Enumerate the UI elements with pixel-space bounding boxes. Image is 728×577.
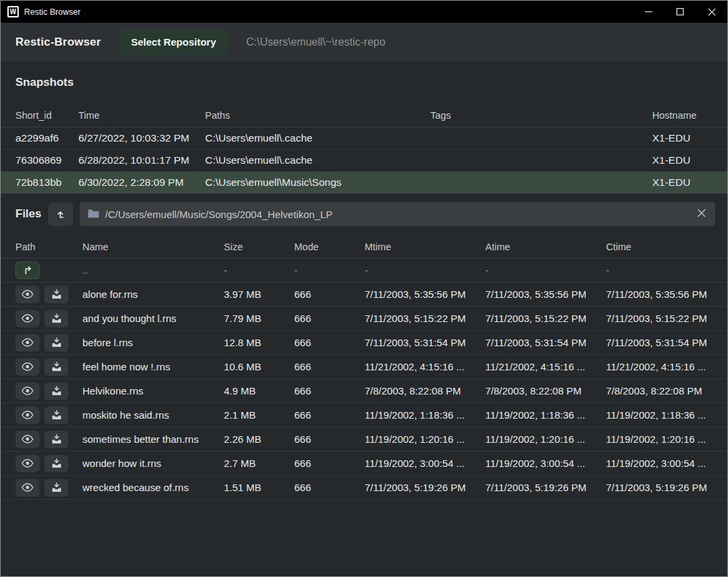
eye-icon	[21, 435, 34, 443]
file-name: alone for.rns	[82, 288, 224, 300]
download-file-button[interactable]	[44, 455, 68, 472]
file-atime: 11/19/2002, 1:20:16 ...	[485, 433, 606, 445]
file-row[interactable]: wonder how it.rns 2.7 MB 666 11/19/2002,…	[1, 452, 727, 476]
minimize-button[interactable]	[633, 1, 664, 23]
snapshots-section-title: Snapshots	[1, 61, 727, 89]
app-title: Restic-Browser	[15, 36, 101, 49]
file-size: 2.26 MB	[224, 433, 294, 445]
titlebar: W Restic Browser	[1, 1, 727, 23]
files-bar: Files	[1, 195, 727, 233]
preview-file-button[interactable]	[15, 455, 40, 472]
download-file-button[interactable]	[44, 382, 68, 400]
snapshot-paths: C:\Users\emuell\Music\Songs	[205, 176, 430, 189]
preview-file-button[interactable]	[15, 479, 40, 496]
path-input[interactable]	[105, 209, 690, 220]
col-paths: Paths	[205, 110, 430, 121]
parent-dir-row[interactable]: .. - - - - -	[1, 258, 727, 282]
file-ctime: 11/19/2002, 3:00:54 ...	[606, 458, 717, 469]
download-file-button[interactable]	[44, 407, 68, 424]
window-controls	[633, 1, 727, 23]
up-right-arrow-icon	[23, 266, 33, 275]
file-name: ..	[82, 264, 224, 276]
file-mtime: 11/19/2002, 1:20:16 ...	[365, 433, 485, 445]
eye-icon	[21, 338, 34, 347]
download-file-button[interactable]	[44, 310, 68, 327]
file-atime: -	[485, 264, 606, 276]
file-ctime: 11/21/2002, 4:15:16 ...	[606, 361, 717, 372]
download-file-button[interactable]	[44, 431, 68, 448]
snapshot-paths: C:\Users\emuell\.cache	[205, 132, 430, 144]
go-up-button[interactable]	[15, 262, 40, 279]
preview-file-button[interactable]	[15, 431, 40, 448]
close-button[interactable]	[696, 1, 727, 23]
file-row[interactable]: sometimes better than.rns 2.26 MB 666 11…	[1, 427, 727, 452]
files-table-header: Path Name Size Mode Mtime Atime Ctime	[1, 235, 727, 258]
snapshot-paths: C:\Users\emuell\.cache	[205, 154, 430, 166]
preview-file-button[interactable]	[15, 334, 40, 352]
download-file-button[interactable]	[44, 479, 68, 496]
file-size: 2.7 MB	[224, 458, 294, 469]
col-time: Time	[78, 110, 205, 121]
file-row[interactable]: before l.rns 12.8 MB 666 7/11/2003, 5:31…	[1, 331, 727, 355]
maximize-button[interactable]	[664, 1, 696, 23]
preview-file-button[interactable]	[15, 286, 40, 303]
preview-file-button[interactable]	[15, 382, 40, 400]
clear-path-button[interactable]	[696, 207, 707, 221]
file-ctime: 7/8/2003, 8:22:08 PM	[606, 385, 717, 397]
download-icon	[52, 410, 62, 420]
file-row[interactable]: feel home now !.rns 10.6 MB 666 11/21/20…	[1, 355, 727, 379]
file-name: wrecked because of.rns	[82, 482, 224, 493]
file-ctime: 11/19/2002, 1:20:16 ...	[606, 433, 717, 445]
download-icon	[52, 289, 62, 299]
repository-path: C:\Users\emuell\~\restic-repo	[246, 36, 385, 48]
file-name: moskito he said.rns	[82, 409, 224, 421]
window-title: Restic Browser	[24, 7, 80, 17]
file-atime: 11/19/2002, 3:00:54 ...	[485, 458, 606, 469]
preview-file-button[interactable]	[15, 310, 40, 327]
download-file-button[interactable]	[44, 334, 68, 352]
folder-icon	[88, 209, 99, 220]
snapshot-hostname: X1-EDU	[652, 132, 718, 144]
col-path: Path	[15, 242, 82, 252]
file-mode: 666	[294, 385, 365, 397]
snapshot-row[interactable]: a2299af6 6/27/2022, 10:03:32 PM C:\Users…	[1, 127, 727, 150]
parent-directory-button[interactable]	[48, 203, 73, 226]
col-tags: Tags	[430, 110, 652, 121]
files-section-title: Files	[15, 207, 42, 221]
snapshot-short-id: 72b813bb	[15, 176, 78, 189]
file-ctime: 7/11/2003, 5:15:22 PM	[606, 313, 717, 324]
col-ctime: Ctime	[606, 242, 717, 252]
file-name: before l.rns	[82, 337, 224, 348]
col-size: Size	[224, 242, 294, 252]
eye-icon	[21, 362, 34, 371]
files-table-body: .. - - - - -	[1, 258, 727, 500]
file-mode: 666	[294, 361, 365, 372]
file-row[interactable]: and you thought l.rns 7.79 MB 666 7/11/2…	[1, 307, 727, 331]
file-mode: 666	[294, 482, 365, 493]
file-row[interactable]: wrecked because of.rns 1.51 MB 666 7/11/…	[1, 476, 727, 500]
level-up-icon	[55, 209, 66, 219]
download-file-button[interactable]	[44, 358, 68, 376]
preview-file-button[interactable]	[15, 358, 40, 376]
snapshot-row[interactable]: 72b813bb 6/30/2022, 2:28:09 PM C:\Users\…	[1, 172, 727, 194]
file-atime: 7/11/2003, 5:15:22 PM	[485, 313, 606, 324]
file-size: 2.1 MB	[224, 409, 294, 421]
snapshot-row[interactable]: 76306869 6/28/2022, 10:01:17 PM C:\Users…	[1, 150, 727, 172]
file-row[interactable]: alone for.rns 3.97 MB 666 7/11/2003, 5:3…	[1, 282, 727, 307]
download-icon	[52, 458, 62, 468]
file-mtime: 11/19/2002, 3:00:54 ...	[365, 458, 485, 469]
snapshots-table-body: a2299af6 6/27/2022, 10:03:32 PM C:\Users…	[1, 127, 727, 194]
file-row[interactable]: moskito he said.rns 2.1 MB 666 11/19/200…	[1, 403, 727, 427]
file-row[interactable]: Helvikone.rns 4.9 MB 666 7/8/2003, 8:22:…	[1, 379, 727, 403]
download-file-button[interactable]	[44, 286, 68, 303]
col-short-id: Short_id	[15, 110, 78, 121]
select-repository-button[interactable]: Select Repository	[119, 29, 229, 55]
snapshots-table-header: Short_id Time Paths Tags Hostname	[1, 103, 727, 127]
eye-icon	[21, 386, 34, 395]
file-size: -	[224, 264, 294, 276]
file-ctime: 7/11/2003, 5:35:56 PM	[606, 288, 717, 300]
file-atime: 7/11/2003, 5:19:26 PM	[485, 482, 606, 493]
preview-file-button[interactable]	[15, 407, 40, 424]
file-ctime: -	[606, 264, 717, 276]
file-mode: 666	[294, 337, 365, 348]
